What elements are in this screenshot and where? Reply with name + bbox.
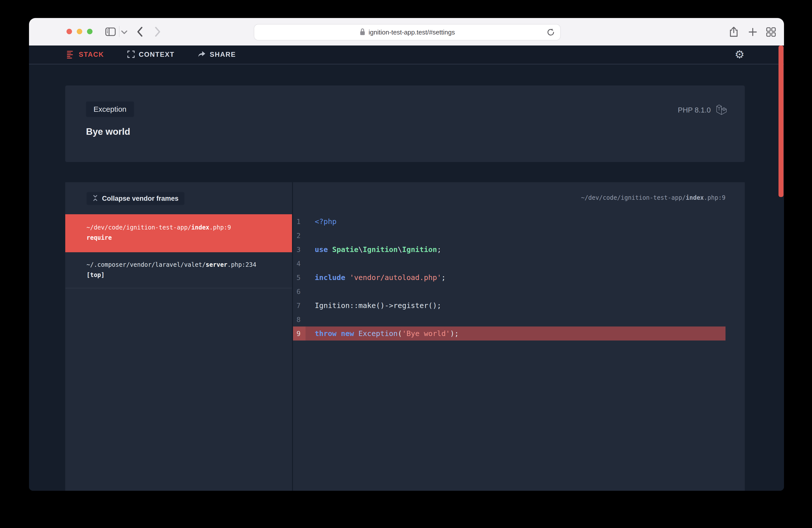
stack-trace-panel: Collapse vendor frames ~/dev/code/igniti… [65,182,292,491]
code-line: 4 [293,256,725,270]
settings-gear-icon[interactable]: ⚙ [735,47,744,61]
code-snippet-panel: ~/dev/code/ignition-test-app/index.php:9… [293,182,745,491]
refresh-button[interactable] [546,28,555,38]
collapse-icon [92,194,98,203]
line-number: 9 [293,326,305,340]
code-line-text: include 'vendor/autoload.php'; [315,273,446,282]
code-line: 7Ignition::make()->register(); [293,298,725,312]
exception-class-badge: Exception [86,102,134,117]
safari-window: ignition-test-app.test/#settings [29,18,784,491]
line-number: 6 [293,288,305,295]
code-line-text: <?php [315,217,336,226]
line-number: 5 [293,274,305,281]
code-line-text: Ignition::make()->register(); [315,301,441,310]
tab-share[interactable]: SHARE [198,50,236,59]
sidebar-toggle-icon[interactable] [105,28,116,36]
frame-method: [top] [87,270,282,280]
close-button[interactable] [67,29,72,34]
chevron-down-icon[interactable] [121,30,128,34]
line-number: 2 [293,232,305,239]
ignition-navbar: STACK CONTEXT [29,45,784,64]
context-icon [127,50,135,59]
frame-method: require [87,233,282,243]
collapse-vendor-frames-button[interactable]: Collapse vendor frames [87,192,185,205]
line-number: 1 [293,218,305,225]
code-line: 3use Spatie\Ignition\Ignition; [293,243,725,256]
tab-overview-icon[interactable] [766,27,776,37]
toolbar-divider [119,26,119,37]
tab-context[interactable]: CONTEXT [127,50,174,59]
window-controls [67,29,92,34]
tab-stack-label: STACK [79,51,104,59]
code-lines: 1<?php23use Spatie\Ignition\Ignition;45i… [293,215,725,340]
tab-stack[interactable]: STACK [67,50,104,59]
code-line: 2 [293,229,725,243]
php-version: PHP 8.1.0 [678,106,711,114]
minimize-button[interactable] [77,29,82,34]
stack-frame[interactable]: ~/dev/code/ignition-test-app/index.php:9… [65,214,292,252]
code-line: 8 [293,312,725,326]
laravel-icon [716,104,727,116]
code-file-path: ~/dev/code/ignition-test-app/index.php:9 [581,194,725,201]
desktop-background: ignition-test-app.test/#settings [0,0,812,528]
stack-frames-list: ~/dev/code/ignition-test-app/index.php:9… [65,214,292,289]
browser-toolbar: ignition-test-app.test/#settings [29,18,784,46]
ignition-page: Exception Bye world PHP 8.1.0 [29,64,784,491]
lock-icon [360,28,365,37]
line-number: 7 [293,302,305,309]
tab-context-label: CONTEXT [139,51,174,59]
address-bar[interactable]: ignition-test-app.test/#settings [254,24,561,41]
scrollbar-thumb[interactable] [779,45,783,197]
collapse-button-label: Collapse vendor frames [102,195,178,203]
exception-card: Exception Bye world PHP 8.1.0 [65,86,745,162]
code-line: 5include 'vendor/autoload.php'; [293,270,725,284]
line-number: 4 [293,260,305,267]
back-button[interactable] [136,27,143,37]
forward-button[interactable] [155,27,161,37]
code-line-text: throw new Exception('Bye world'); [315,329,459,338]
code-line: 9throw new Exception('Bye world'); [293,326,725,340]
url-text: ignition-test-app.test/#settings [368,29,455,36]
line-number: 3 [293,246,305,253]
new-tab-icon[interactable] [748,27,757,37]
zoom-button[interactable] [87,29,92,34]
frame-file-path: ~/dev/code/ignition-test-app/index.php:9 [87,222,282,233]
tab-share-label: SHARE [210,51,236,59]
share-arrow-icon [198,50,206,59]
exception-message: Bye world [86,127,130,137]
code-line-text: use Spatie\Ignition\Ignition; [315,245,441,254]
line-number: 8 [293,316,305,323]
share-icon[interactable] [728,26,739,37]
frame-file-path: ~/.composer/vendor/laravel/valet/server.… [87,260,282,270]
code-line: 1<?php [293,215,725,229]
stack-icon [67,50,75,59]
code-line: 6 [293,284,725,298]
stack-frame[interactable]: ~/.composer/vendor/laravel/valet/server.… [65,252,292,289]
